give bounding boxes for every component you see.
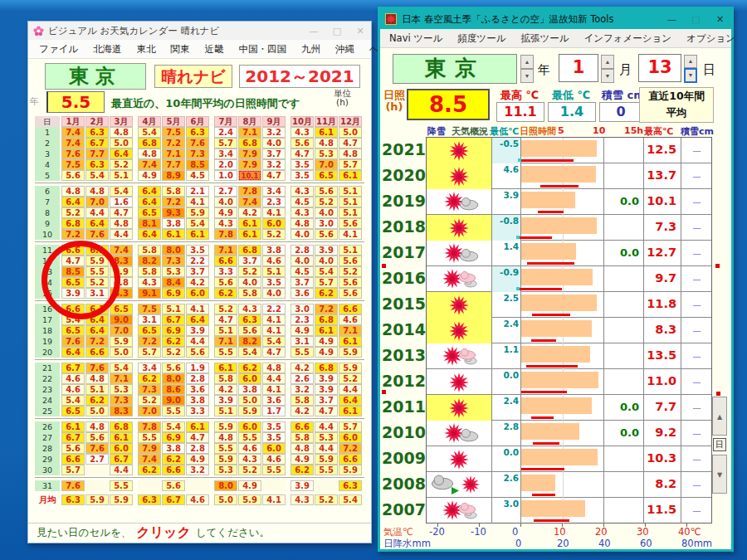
calendar-cell[interactable]: 4.7 [262, 347, 286, 358]
menu-item-4[interactable]: オプション [679, 31, 743, 46]
calendar-cell[interactable]: 5.0 [110, 347, 133, 358]
calendar-cell[interactable]: 5.3 [110, 384, 133, 395]
calendar-cell[interactable]: 7.0 [110, 325, 133, 336]
calendar-cell[interactable]: 5.9 [238, 406, 261, 416]
calendar-cell[interactable]: 4.5 [186, 170, 209, 181]
calendar-cell[interactable]: 4.5 [290, 266, 314, 277]
calendar-cell[interactable]: 4.1 [339, 229, 362, 240]
calendar-cell[interactable]: 2.1 [186, 186, 209, 197]
calendar-cell[interactable]: 5.4 [61, 395, 85, 406]
scroll-up-button[interactable]: ▲ [712, 397, 727, 436]
menu-item-2[interactable]: 拡張ツール [513, 31, 576, 46]
calendar-cell[interactable]: 4.8 [214, 432, 237, 443]
calendar-cell[interactable]: 5.4 [238, 347, 261, 358]
calendar-cell[interactable]: 3.5 [262, 432, 286, 443]
calendar-cell[interactable]: 4.8 [85, 186, 109, 197]
calendar-cell[interactable]: 1.9 [186, 363, 209, 373]
calendar-cell[interactable]: 4.2 [214, 384, 237, 395]
calendar-cell[interactable]: 6.9 [162, 325, 185, 336]
calendar-cell[interactable]: 4.4 [315, 443, 338, 454]
month-up-button[interactable]: ▲ [601, 55, 614, 69]
calendar-cell[interactable]: 5.1 [339, 245, 362, 256]
calendar-cell[interactable]: 6.3 [186, 127, 209, 138]
calendar-cell[interactable]: 5.4 [110, 363, 133, 373]
calendar-cell[interactable]: 4.8 [110, 127, 133, 138]
calendar-cell[interactable]: 5.9 [339, 465, 362, 475]
calendar-cell[interactable]: 4.6 [61, 373, 85, 384]
calendar-cell[interactable]: 4.3 [238, 304, 261, 314]
calendar-cell[interactable]: 6.1 [186, 229, 209, 240]
calendar-cell[interactable]: 5.4 [339, 494, 362, 505]
calendar-cell[interactable]: 5.2 [315, 494, 338, 505]
calendar-cell[interactable]: 3.0 [290, 304, 314, 314]
menu-item-1[interactable]: 北海道 [85, 41, 129, 57]
calendar-cell[interactable]: 5.3 [214, 465, 237, 475]
calendar-cell[interactable]: 4.4 [186, 336, 209, 347]
calendar-cell[interactable]: 4.2 [290, 406, 314, 416]
calendar-cell[interactable]: 2.7 [214, 186, 237, 197]
left-titlebar[interactable]: ビジュアル お天気カレンダー 晴れナビ — □ ✕ [28, 22, 371, 40]
calendar-cell[interactable]: 4.6 [186, 494, 209, 505]
calendar-cell[interactable]: 7.6 [85, 363, 109, 373]
calendar-cell[interactable]: 7.3 [186, 149, 209, 159]
calendar-cell[interactable]: 5.3 [315, 149, 338, 159]
day-up-button[interactable]: ▲ [684, 55, 697, 68]
calendar-cell[interactable]: 4.9 [138, 170, 161, 181]
calendar-cell[interactable]: 1.0 [214, 170, 237, 181]
calendar-cell[interactable]: 7.4 [238, 197, 261, 207]
calendar-cell[interactable]: 4.7 [110, 207, 133, 218]
calendar-cell[interactable]: 4.7 [290, 149, 314, 159]
calendar-cell[interactable]: 3.3 [214, 266, 237, 277]
calendar-cell[interactable]: 5.9 [214, 421, 237, 432]
calendar-cell[interactable]: 7.8 [238, 186, 261, 197]
calendar-cell[interactable]: 6.1 [339, 336, 362, 347]
calendar-cell[interactable]: 4.2 [186, 277, 209, 288]
calendar-cell[interactable]: 6.4 [339, 395, 362, 406]
close-icon[interactable]: ✕ [354, 26, 366, 37]
calendar-cell[interactable]: 6.6 [162, 465, 185, 475]
calendar-cell[interactable]: 6.0 [110, 443, 133, 454]
calendar-cell[interactable]: 5.6 [85, 432, 109, 443]
calendar-cell[interactable]: 4.7 [214, 314, 237, 325]
menu-item-5[interactable]: ヘルプ [743, 31, 747, 46]
calendar-cell[interactable]: 6.2 [138, 465, 161, 475]
calendar-cell[interactable]: 5.8 [138, 266, 161, 277]
scroll-down-button[interactable]: ▼ [712, 455, 727, 494]
calendar-cell[interactable]: 2.4 [214, 127, 237, 138]
menu-item-2[interactable]: 東北 [129, 41, 164, 57]
calendar-cell[interactable]: 3.7 [290, 277, 314, 288]
calendar-cell[interactable]: 5.1 [110, 170, 133, 181]
calendar-cell[interactable]: 6.7 [61, 432, 85, 443]
calendar-cell[interactable]: 4.3 [138, 277, 161, 288]
calendar-cell[interactable]: 5.7 [315, 277, 338, 288]
calendar-cell[interactable]: 4.0 [262, 138, 286, 149]
calendar-cell[interactable]: 6.2 [238, 363, 261, 373]
calendar-cell[interactable]: 5.6 [315, 186, 338, 197]
calendar-cell[interactable]: 7.1 [162, 149, 185, 159]
calendar-cell[interactable]: 4.3 [290, 207, 314, 218]
calendar-cell[interactable]: 3.5 [290, 170, 314, 181]
calendar-cell[interactable]: 5.0 [339, 127, 362, 138]
calendar-cell[interactable]: 9.1 [138, 288, 161, 299]
calendar-cell[interactable]: 5.9 [110, 494, 133, 505]
calendar-cell[interactable]: 4.4 [110, 229, 133, 240]
menu-item-5[interactable]: 中国・四国 [232, 41, 295, 57]
calendar-cell[interactable]: 6.5 [61, 406, 85, 416]
calendar-cell[interactable]: 5.2 [339, 373, 362, 384]
calendar-cell[interactable]: 6.0 [238, 373, 261, 384]
calendar-cell[interactable]: 8.5 [186, 159, 209, 170]
calendar-cell[interactable]: 7.9 [238, 149, 261, 159]
calendar-cell[interactable]: 5.9 [85, 494, 109, 505]
calendar-cell[interactable]: 5.1 [214, 406, 237, 416]
calendar-cell[interactable]: 6.4 [61, 347, 85, 358]
calendar-cell[interactable]: 5.7 [339, 159, 362, 170]
calendar-cell[interactable]: 2.2 [186, 256, 209, 266]
calendar-cell[interactable]: 5.6 [186, 347, 209, 358]
calendar-cell[interactable]: 7.2 [138, 336, 161, 347]
calendar-cell[interactable]: 6.2 [290, 465, 314, 475]
right-titlebar[interactable]: 日本 春空風土季「ふるさとの空」温故知新 Tools — □ ✕ [380, 9, 731, 29]
calendar-cell[interactable]: 2.3 [290, 314, 314, 325]
calendar-cell[interactable]: 5.5 [262, 465, 286, 475]
calendar-cell[interactable]: 4.7 [262, 170, 286, 181]
calendar-cell[interactable]: 4.4 [262, 373, 286, 384]
